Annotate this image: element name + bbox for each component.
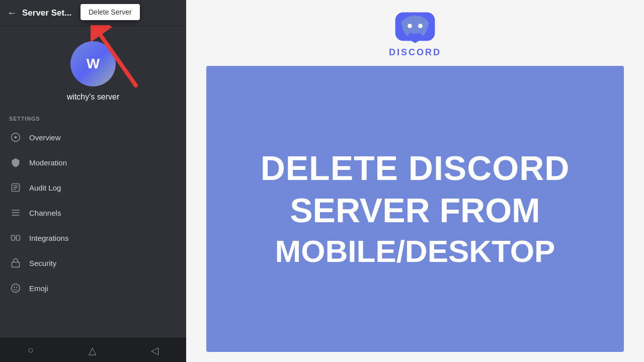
sidebar-item-channels[interactable]: Channels — [0, 200, 186, 225]
moderation-icon — [9, 156, 22, 169]
server-name: witchy's server — [67, 93, 119, 102]
server-avatar: W — [70, 41, 116, 86]
delete-server-label: Delete Server — [89, 8, 132, 16]
discord-logo-area: DISCORD — [389, 10, 441, 58]
home-nav-icon[interactable]: ○ — [28, 344, 34, 356]
svg-rect-11 — [12, 235, 15, 240]
delete-server-popup[interactable]: Delete Server — [80, 4, 140, 20]
security-label: Security — [29, 259, 56, 267]
integrations-label: Integrations — [29, 234, 68, 242]
svg-rect-12 — [17, 235, 20, 240]
top-bar-title: Server Set... — [22, 8, 71, 18]
svg-point-3 — [15, 136, 17, 139]
svg-point-19 — [408, 24, 412, 28]
channels-label: Channels — [29, 209, 61, 217]
left-panel: ← Server Set... Delete Server W witchy's… — [0, 0, 186, 362]
svg-point-17 — [16, 287, 18, 288]
svg-point-20 — [418, 24, 423, 28]
back-nav-icon[interactable]: ◁ — [151, 344, 158, 356]
sidebar-item-security[interactable]: Security — [0, 250, 186, 276]
settings-section-label: SETTINGS — [0, 112, 186, 125]
sidebar-item-integrations[interactable]: Integrations — [0, 225, 186, 250]
sidebar-item-moderation[interactable]: Moderation — [0, 150, 186, 175]
channels-icon — [9, 206, 22, 219]
emoji-icon — [9, 282, 22, 295]
back-arrow-icon[interactable]: ← — [7, 7, 17, 19]
overview-icon — [9, 131, 22, 144]
sidebar-item-audit-log[interactable]: Audit Log — [0, 175, 186, 200]
emoji-label: Emoji — [29, 284, 48, 293]
server-avatar-area: W witchy's server — [0, 26, 186, 112]
banner-line2: SERVER FROM — [290, 192, 540, 229]
sidebar-item-overview[interactable]: Overview — [0, 125, 186, 150]
audit-log-label: Audit Log — [29, 184, 61, 192]
overview-label: Overview — [29, 133, 61, 142]
sidebar-item-emoji[interactable]: Emoji — [0, 276, 186, 301]
svg-rect-14 — [12, 262, 20, 267]
search-nav-icon[interactable]: △ — [89, 344, 96, 356]
audit-log-icon — [9, 181, 22, 194]
banner-line1: DELETE DISCORD — [261, 149, 570, 187]
moderation-label: Moderation — [29, 158, 67, 167]
discord-logo-icon — [392, 10, 438, 45]
svg-point-15 — [12, 284, 20, 293]
bottom-nav: ○ △ ◁ — [0, 338, 186, 362]
security-icon — [9, 256, 22, 269]
server-initials: W — [87, 56, 100, 72]
right-panel: DISCORD DELETE DISCORD SERVER FROM MOBIL… — [186, 0, 644, 362]
svg-point-16 — [14, 287, 15, 288]
integrations-icon — [9, 231, 22, 244]
banner-line3: MOBILE/DESKTOP — [275, 234, 555, 268]
main-banner: DELETE DISCORD SERVER FROM MOBILE/DESKTO… — [206, 66, 624, 352]
discord-brand-text: DISCORD — [389, 47, 441, 58]
